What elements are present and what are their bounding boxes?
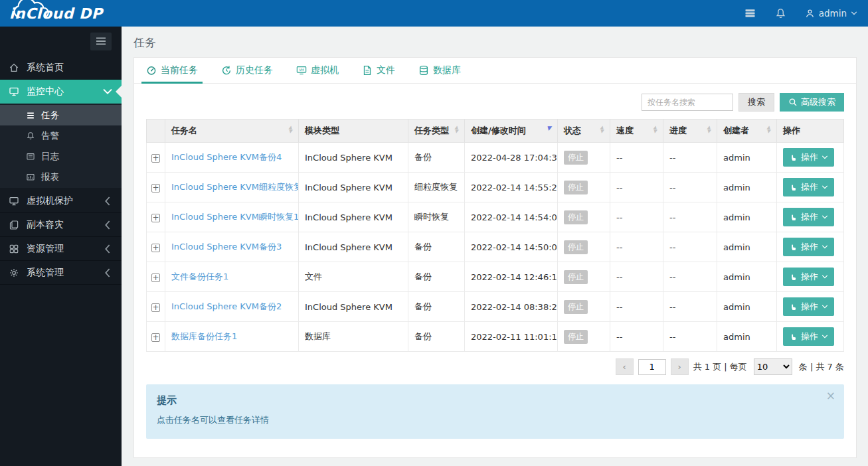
table-row: +InCloud Sphere KVM备份2InCloud Sphere KVM…	[147, 292, 844, 322]
file-icon	[362, 65, 373, 76]
task-name-link[interactable]: InCloud Sphere KVM备份4	[171, 152, 282, 162]
vm-monitor-icon	[9, 196, 19, 206]
sidebar-item-replica-dr[interactable]: 副本容灾	[0, 213, 122, 237]
sidebar-subitem-logs[interactable]: 日志	[0, 146, 122, 167]
tab-virtual-machines[interactable]: VM 虚拟机	[296, 58, 339, 83]
row-action-button[interactable]: 操作	[783, 297, 834, 316]
tab-label: 历史任务	[236, 64, 273, 76]
column-header[interactable]: 创建者▲▼	[717, 119, 777, 143]
sidebar-subitem-reports[interactable]: 报表	[0, 167, 122, 187]
sort-icon[interactable]: ▲▼	[707, 125, 711, 133]
task-name-link[interactable]: InCloud Sphere KVM备份3	[171, 242, 282, 252]
chevron-left-icon	[102, 244, 113, 254]
pointer-hand-icon	[789, 333, 798, 341]
task-type-cell: 备份	[408, 143, 465, 173]
sidebar: 系统首页 监控中心 任务 告警 日志 报表 虚拟机保护 副本容灾	[0, 27, 122, 466]
module-type-cell: InCloud Sphere KVM	[299, 143, 408, 173]
user-name: admin	[819, 8, 847, 19]
column-header[interactable]: 任务类型▲▼	[408, 119, 465, 143]
pointer-hand-icon	[789, 213, 798, 222]
tasks-table: 任务名▲▼模块类型任务类型▲▼创建/修改时间▼状态▲▼速度▲▼进度▲▼创建者▲▼…	[146, 119, 844, 352]
task-name-link[interactable]: 文件备份任务1	[171, 272, 228, 281]
sidebar-item-home[interactable]: 系统首页	[0, 56, 122, 80]
column-header[interactable]: 速度▲▼	[610, 119, 663, 143]
user-menu[interactable]: admin	[805, 8, 857, 19]
task-type-cell: 备份	[408, 292, 465, 322]
row-action-button[interactable]: 操作	[783, 178, 834, 196]
pointer-hand-icon	[789, 273, 798, 281]
app-logo: inCloud DP	[9, 0, 102, 27]
expand-row-icon[interactable]: +	[151, 154, 160, 163]
close-icon[interactable]: ×	[826, 390, 835, 402]
pointer-hand-icon	[789, 243, 798, 252]
top-bar: inCloud DP admin	[0, 0, 868, 27]
sidebar-item-monitor-center[interactable]: 监控中心	[0, 80, 122, 104]
expand-row-icon[interactable]: +	[151, 303, 160, 312]
chevron-down-icon	[822, 214, 828, 220]
task-name-link[interactable]: InCloud Sphere KVM备份2	[171, 301, 282, 311]
sort-icon[interactable]: ▲▼	[767, 125, 770, 133]
next-page-button[interactable]: ›	[671, 358, 689, 375]
advanced-search-button[interactable]: 高级搜索	[780, 93, 844, 112]
tab-current-tasks[interactable]: 当前任务	[146, 58, 198, 83]
expand-row-icon[interactable]: +	[151, 333, 160, 342]
column-header[interactable]: 任务名▲▼	[165, 119, 299, 143]
progress-cell: --	[663, 232, 717, 262]
module-type-cell: InCloud Sphere KVM	[299, 173, 408, 202]
server-list-icon[interactable]	[744, 8, 756, 19]
table-header-row: 任务名▲▼模块类型任务类型▲▼创建/修改时间▼状态▲▼速度▲▼进度▲▼创建者▲▼…	[147, 119, 844, 143]
action-label: 操作	[801, 331, 818, 343]
page-input[interactable]	[638, 359, 666, 375]
task-time-cell: 2022-02-11 11:01:12	[465, 322, 558, 352]
task-name-link[interactable]: InCloud Sphere KVM瞬时恢复1	[171, 212, 299, 222]
search-button[interactable]: 搜索	[738, 93, 774, 112]
sidebar-item-system-mgmt[interactable]: 系统管理	[0, 261, 122, 285]
task-type-cell: 细粒度恢复	[408, 173, 465, 202]
table-row: +InCloud Sphere KVM备份3InCloud Sphere KVM…	[147, 232, 844, 262]
page-title: 任务	[133, 35, 868, 50]
expand-row-icon[interactable]: +	[151, 184, 160, 193]
expand-row-icon[interactable]: +	[151, 273, 160, 282]
module-type-cell: InCloud Sphere KVM	[299, 232, 408, 262]
status-badge: 停止	[564, 181, 588, 194]
progress-cell: --	[663, 262, 717, 292]
sidebar-item-label: 系统管理	[27, 267, 64, 279]
sidebar-collapse-button[interactable]	[90, 33, 112, 50]
user-icon	[805, 9, 815, 19]
main-content: 任务 当前任务 历史任务 VM 虚拟机 文件 数据库	[122, 27, 868, 466]
row-action-button[interactable]: 操作	[783, 327, 834, 346]
tab-label: 数据库	[433, 64, 461, 76]
sidebar-item-resource-mgmt[interactable]: 资源管理	[0, 237, 122, 261]
sort-icon[interactable]: ▲▼	[455, 125, 458, 133]
tab-history-tasks[interactable]: 历史任务	[221, 58, 273, 83]
search-icon	[788, 98, 798, 107]
expand-row-icon[interactable]: +	[151, 214, 160, 222]
prev-page-button[interactable]: ‹	[616, 358, 634, 375]
search-input[interactable]	[642, 94, 733, 111]
task-name-link[interactable]: InCloud Sphere KVM细粒度恢复1	[171, 182, 299, 192]
column-header[interactable]: 状态▲▼	[558, 119, 610, 143]
per-page-select[interactable]: 10	[754, 358, 792, 375]
row-action-button[interactable]: 操作	[783, 208, 834, 226]
column-header[interactable]: 创建/修改时间▼	[465, 119, 558, 143]
task-name-link[interactable]: 数据库备份任务1	[171, 331, 237, 341]
row-action-button[interactable]: 操作	[783, 268, 834, 286]
sidebar-subitem-tasks[interactable]: 任务	[0, 105, 122, 125]
creator-cell: admin	[717, 173, 777, 202]
sidebar-item-vm-protection[interactable]: 虚拟机保护	[0, 189, 122, 213]
tab-files[interactable]: 文件	[362, 58, 395, 83]
row-action-button[interactable]: 操作	[783, 148, 834, 167]
sort-icon-active[interactable]: ▼	[547, 125, 551, 131]
monitor-center-submenu: 任务 告警 日志 报表	[0, 104, 122, 189]
column-header[interactable]: 进度▲▼	[663, 119, 717, 143]
sort-icon[interactable]: ▲▼	[289, 125, 292, 133]
tab-databases[interactable]: 数据库	[418, 58, 461, 83]
notification-bell-icon[interactable]	[775, 8, 786, 19]
sidebar-subitem-alerts[interactable]: 告警	[0, 125, 122, 146]
sort-icon[interactable]: ▲▼	[653, 125, 657, 133]
sort-icon[interactable]: ▲▼	[600, 125, 604, 133]
expand-row-icon[interactable]: +	[151, 244, 160, 252]
table-row: +数据库备份任务1数据库备份2022-02-11 11:01:12停止----a…	[147, 322, 844, 352]
table-row: +InCloud Sphere KVM备份4InCloud Sphere KVM…	[147, 143, 844, 173]
row-action-button[interactable]: 操作	[783, 238, 834, 256]
